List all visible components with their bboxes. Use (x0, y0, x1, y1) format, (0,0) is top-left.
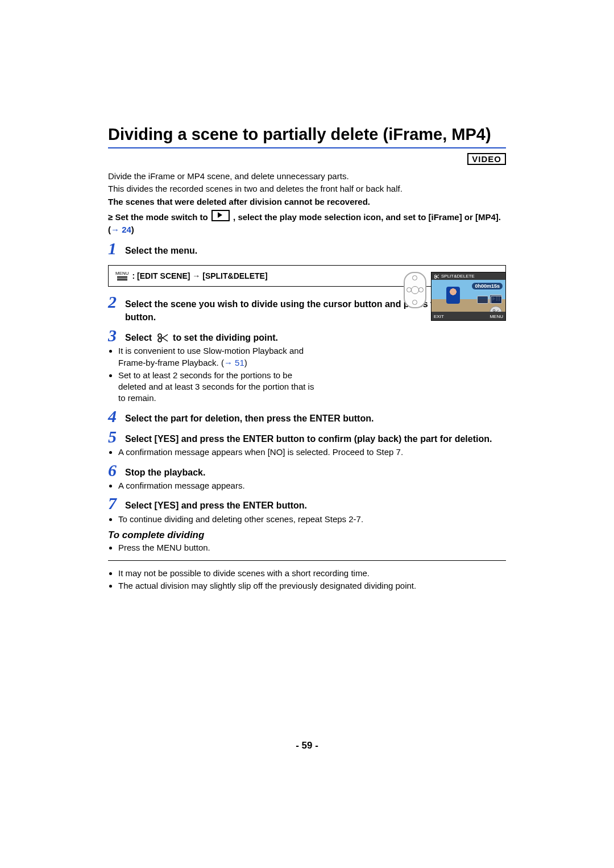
split-button-icon (489, 306, 502, 312)
rewind-icon (477, 296, 488, 304)
step-number: 5 (108, 428, 121, 445)
screen-exit-label: EXIT (434, 314, 444, 319)
mode-instruction: ≥ Set the mode switch to , select the pl… (108, 210, 506, 237)
step-heading: Select [YES] and press the ENTER button. (125, 495, 307, 512)
bullet: To continue dividing and deleting other … (118, 514, 506, 525)
intro-line-3: The scenes that were deleted after divis… (108, 196, 506, 208)
step-number: 4 (108, 408, 121, 425)
step-number: 3 (108, 327, 121, 344)
play-mode-icon (211, 210, 230, 221)
screen-title: SPLIT&DELETE (441, 274, 475, 279)
step-6: 6 Stop the playback. (108, 462, 506, 479)
step-1: 1 Select the menu. (108, 240, 506, 257)
step-heading: Select the part for deletion, then press… (125, 408, 374, 425)
mode-prefix: ≥ Set the mode switch to (108, 212, 210, 222)
step-6-bullets: A confirmation message appears. (118, 480, 506, 491)
intro-block: Divide the iFrame or MP4 scene, and dele… (108, 171, 506, 208)
page-number: - 59 - (108, 740, 506, 751)
step-5-bullets: A confirmation message appears when [NO]… (118, 447, 506, 458)
intro-line-2: This divides the recorded scenes in two … (108, 183, 506, 195)
note: It may not be possible to divide scenes … (118, 568, 506, 579)
menu-icon: MENU (115, 271, 129, 280)
step-heading: Select [YES] and press the ENTER button … (125, 428, 492, 445)
page-title: Dividing a scene to partially delete (iF… (108, 125, 506, 144)
notes-bullets: It may not be possible to divide scenes … (118, 568, 506, 592)
step-number: 7 (108, 495, 121, 512)
subheading-complete: To complete dividing (108, 530, 506, 541)
step-number: 2 (108, 294, 121, 311)
menu-path: : [EDIT SCENE] → [SPLIT&DELETE] (132, 271, 268, 280)
video-badge: VIDEO (467, 153, 506, 165)
svg-line-3 (161, 334, 168, 339)
separator-rule (108, 560, 506, 561)
step-heading: Select to set the dividing point. (125, 327, 278, 344)
step-4: 4 Select the part for deletion, then pre… (108, 408, 506, 425)
cross-ref-51[interactable]: → 51 (224, 358, 244, 367)
scissors-icon (157, 333, 168, 343)
figure-group: SPLIT&DELETE 0h00m15s EXIT MENU (404, 272, 506, 321)
step-5: 5 Select [YES] and press the ENTER butto… (108, 428, 506, 445)
step-number: 1 (108, 240, 121, 257)
step-heading: Select the menu. (125, 240, 197, 257)
complete-bullets: Press the MENU button. (118, 542, 506, 553)
step-3-bullets: It is convenient to use Slow-motion Play… (118, 345, 317, 404)
step-7: 7 Select [YES] and press the ENTER butto… (108, 495, 506, 512)
intro-line-1: Divide the iFrame or MP4 scene, and dele… (108, 171, 506, 182)
screen-timecode: 0h00m15s (471, 282, 503, 290)
title-rule (108, 147, 506, 148)
mode-cross-ref[interactable]: → 24 (111, 225, 131, 234)
bullet: Set to at least 2 seconds for the portio… (118, 370, 317, 404)
step-heading: Stop the playback. (125, 462, 205, 479)
bullet: A confirmation message appears when [NO]… (118, 447, 506, 458)
bullet: It is convenient to use Slow-motion Play… (118, 345, 317, 369)
step-number: 6 (108, 462, 121, 479)
camera-screen-illustration: SPLIT&DELETE 0h00m15s EXIT MENU (431, 272, 506, 321)
forward-icon (491, 296, 502, 304)
note: The actual division may slightly slip of… (118, 580, 506, 592)
step-3: 3 Select to set the dividing point. (108, 327, 506, 344)
bullet: A confirmation message appears. (118, 480, 506, 491)
screen-menu-label: MENU (489, 314, 503, 319)
svg-line-2 (161, 337, 168, 341)
cursor-controller-icon (404, 272, 426, 308)
bullet: Press the MENU button. (118, 542, 506, 553)
step-7-bullets: To continue dividing and deleting other … (118, 514, 506, 525)
